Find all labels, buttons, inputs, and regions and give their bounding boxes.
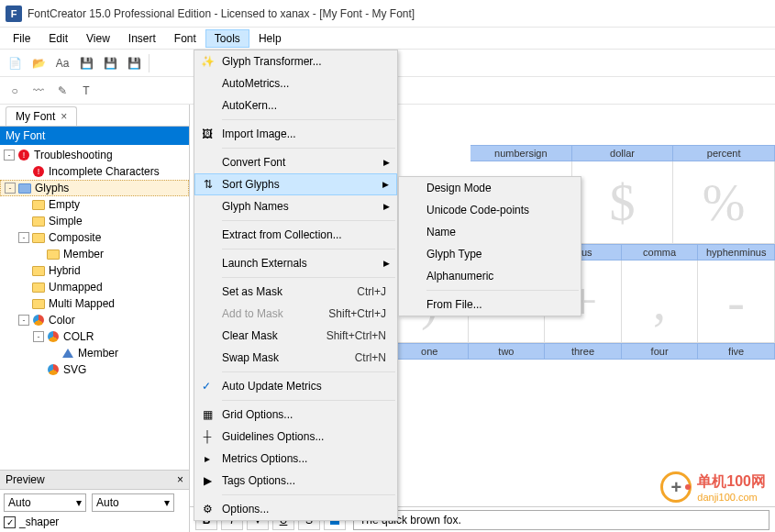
folder-icon <box>31 231 46 244</box>
menuitem-import-image-[interactable]: 🖼Import Image... <box>194 123 397 145</box>
menuitem-extract-from-collection-[interactable]: Extract from Collection... <box>194 224 397 246</box>
window-title: FontCreator 15.0 Professional Edition - … <box>28 7 415 20</box>
menu-view[interactable]: View <box>77 29 119 48</box>
menuitem-from-file-[interactable]: From File... <box>399 294 581 316</box>
shaper-checkbox[interactable]: ✓ <box>4 516 16 528</box>
menubar: FileEditViewInsertFontToolsHelp <box>0 28 775 50</box>
open-icon[interactable]: 📂 <box>28 52 50 74</box>
tree-item-empty[interactable]: -Empty <box>0 196 189 213</box>
shaper-label: _shaper <box>19 515 59 528</box>
glyph-cell[interactable]: , <box>622 260 699 343</box>
menuitem-tags-options-[interactable]: ▶Tags Options... <box>194 470 397 492</box>
watermark: + 单机100网 danji100.com <box>660 471 766 503</box>
tree-item-member[interactable]: -Member <box>0 246 189 262</box>
left-panel: My Font × My Font -!Troubleshooting-!Inc… <box>0 105 190 532</box>
metrics-icon: ▸ <box>200 451 215 466</box>
tree-item-simple[interactable]: -Simple <box>0 213 189 229</box>
menuitem-name[interactable]: Name <box>399 221 581 243</box>
menuitem-swap-mask[interactable]: Swap MaskCtrl+N <box>194 347 397 369</box>
pie-icon <box>46 330 61 343</box>
menuitem-auto-update-metrics[interactable]: ✓Auto Update Metrics <box>194 375 397 397</box>
new-icon[interactable]: 📄 <box>4 52 26 74</box>
menuitem-glyph-type[interactable]: Glyph Type <box>399 243 581 265</box>
tree-item-member[interactable]: -Member <box>0 345 189 361</box>
glyph-header: two <box>469 343 546 360</box>
save-icon[interactable]: 💾 <box>99 52 121 74</box>
save-icon[interactable]: 💾 <box>75 52 97 74</box>
tree-item-glyphs[interactable]: -Glyphs <box>0 180 189 196</box>
close-icon[interactable]: × <box>177 473 183 486</box>
glyph-cell[interactable]: $ <box>572 161 674 244</box>
menuitem-autometrics-[interactable]: AutoMetrics... <box>194 72 397 94</box>
wand-icon: ✨ <box>200 54 215 69</box>
menu-help[interactable]: Help <box>249 29 291 48</box>
menuitem-guidelines-options-[interactable]: ┼Guidelines Options... <box>194 426 397 448</box>
glyph-header: numbersign <box>471 145 572 161</box>
curve-icon[interactable]: 〰 <box>28 80 50 102</box>
glyph-header: one <box>392 343 469 360</box>
menuitem-set-as-mask[interactable]: Set as MaskCtrl+J <box>194 281 397 303</box>
menuitem-grid-options-[interactable]: ▦Grid Options... <box>194 404 397 426</box>
preview-header: Preview× <box>0 470 189 490</box>
glyph-header: dollar <box>572 145 674 161</box>
menuitem-alphanumeric[interactable]: Alphanumeric <box>399 265 581 287</box>
preview-body: Auto▾ Auto▾ ✓ _shaper <box>0 490 189 532</box>
tri-icon <box>61 347 75 360</box>
glyph-cell[interactable]: - <box>698 260 775 343</box>
warn-icon: ! <box>17 149 31 161</box>
tree-item-troubleshooting[interactable]: -!Troubleshooting <box>0 147 189 163</box>
menuitem-glyph-transformer-[interactable]: ✨Glyph Transformer... <box>194 50 397 72</box>
folder-icon <box>31 297 46 310</box>
menuitem-clear-mask[interactable]: Clear MaskShift+Ctrl+N <box>194 325 397 347</box>
preview-combo-2[interactable]: Auto▾ <box>92 493 174 512</box>
tree-header: My Font <box>0 127 189 145</box>
glyph-header: four <box>622 343 699 360</box>
menuitem-glyph-names[interactable]: Glyph Names▶ <box>194 195 397 217</box>
menuitem-add-to-mask[interactable]: Add to MaskShift+Ctrl+J <box>194 303 397 325</box>
font-aa-icon[interactable]: Aa <box>51 52 73 74</box>
glyph-header: comma <box>622 244 699 260</box>
tree-item-colr[interactable]: -COLR <box>0 328 189 345</box>
close-icon[interactable]: × <box>61 110 67 123</box>
tree-item-incomplete-characters[interactable]: -!Incomplete Characters <box>0 163 189 180</box>
edit-icon[interactable]: ✎ <box>51 80 73 102</box>
glyph-header: three <box>545 343 622 360</box>
save-icon[interactable]: 💾 <box>123 52 145 74</box>
app-icon: F <box>6 6 22 22</box>
tree-item-unmapped[interactable]: -Unmapped <box>0 279 189 295</box>
menu-insert[interactable]: Insert <box>119 29 165 48</box>
menuitem-metrics-options-[interactable]: ▸Metrics Options... <box>194 448 397 470</box>
folder-icon <box>31 264 46 277</box>
menu-tools[interactable]: Tools <box>205 29 249 48</box>
tab-label: My Font <box>16 110 55 123</box>
menu-font[interactable]: Font <box>165 29 205 48</box>
warn-icon: ! <box>31 165 46 178</box>
menuitem-sort-glyphs[interactable]: ⇅Sort Glyphs▶ <box>194 173 397 195</box>
menuitem-convert-font[interactable]: Convert Font▶ <box>194 151 397 173</box>
tree-item-composite[interactable]: -Composite <box>0 229 189 246</box>
preview-text-input[interactable] <box>353 510 769 530</box>
menu-file[interactable]: File <box>4 29 39 48</box>
pie-icon <box>31 314 46 327</box>
tag-icon: ▶ <box>200 473 215 488</box>
tree: -!Troubleshooting-!Incomplete Characters… <box>0 145 189 470</box>
menuitem-autokern-[interactable]: AutoKern... <box>194 94 397 116</box>
img-icon: 🖼 <box>200 127 215 141</box>
menuitem-unicode-code-points[interactable]: Unicode Code-points <box>399 199 581 221</box>
shape-icon[interactable]: ○ <box>4 80 26 102</box>
gear-icon: ⚙ <box>200 502 215 516</box>
tree-item-color[interactable]: -Color <box>0 312 189 328</box>
text-icon[interactable]: T <box>75 80 97 102</box>
menuitem-options-[interactable]: ⚙Options... <box>194 498 397 520</box>
tree-item-hybrid[interactable]: -Hybrid <box>0 262 189 279</box>
tree-item-svg[interactable]: -SVG <box>0 361 189 378</box>
glyph-cell[interactable]: % <box>673 161 775 244</box>
menu-edit[interactable]: Edit <box>39 29 77 48</box>
preview-combo-1[interactable]: Auto▾ <box>4 493 86 512</box>
folder-icon <box>31 215 46 227</box>
menuitem-launch-externals[interactable]: Launch Externals▶ <box>194 252 397 274</box>
tab-myfont[interactable]: My Font × <box>6 106 77 126</box>
folder-icon <box>31 198 46 211</box>
tree-item-multi-mapped[interactable]: -Multi Mapped <box>0 295 189 312</box>
menuitem-design-mode[interactable]: Design Mode <box>399 177 581 199</box>
